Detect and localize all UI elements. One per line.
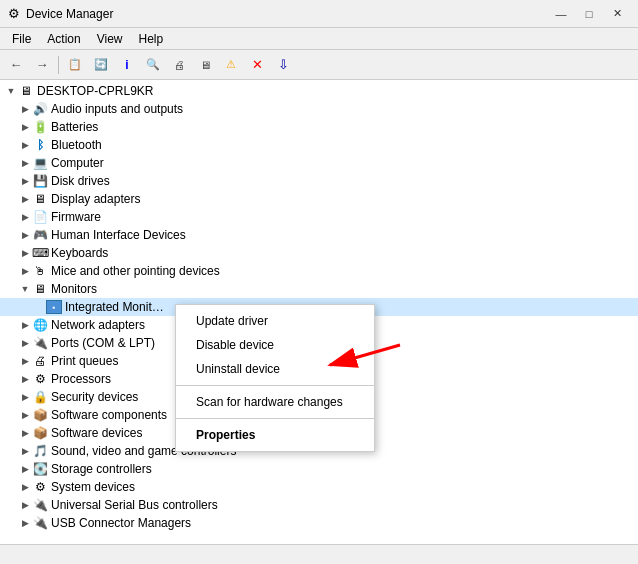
expander-mice: ▶ (18, 264, 32, 278)
minimize-button[interactable]: — (548, 4, 574, 24)
expander-softwarecomp: ▶ (18, 408, 32, 422)
label-diskdrives: Disk drives (51, 174, 110, 188)
icon-firmware: 📄 (32, 209, 48, 225)
label-batteries: Batteries (51, 120, 98, 134)
tree-item-audio[interactable]: ▶ 🔊 Audio inputs and outputs (0, 100, 638, 118)
icon-softwarecomp: 📦 (32, 407, 48, 423)
app-window: ⚙ Device Manager — □ ✕ File Action View … (0, 0, 638, 564)
toolbar-print[interactable]: 🖨 (167, 54, 191, 76)
expander-systemdev: ▶ (18, 480, 32, 494)
tree-item-root[interactable]: ▼ 🖥 DESKTOP-CPRL9KR (0, 82, 638, 100)
tree-item-diskdrives[interactable]: ▶ 💾 Disk drives (0, 172, 638, 190)
toolbar-properties[interactable]: 📋 (63, 54, 87, 76)
label-hid: Human Interface Devices (51, 228, 186, 242)
context-menu-update-driver[interactable]: Update driver (176, 309, 374, 333)
icon-root: 🖥 (18, 83, 34, 99)
context-menu: Update driver Disable device Uninstall d… (175, 304, 375, 452)
tree-item-display[interactable]: ▶ 🖥 Display adapters (0, 190, 638, 208)
icon-keyboards: ⌨ (32, 245, 48, 261)
close-button[interactable]: ✕ (604, 4, 630, 24)
icon-display: 🖥 (32, 191, 48, 207)
expander-security: ▶ (18, 390, 32, 404)
label-audio: Audio inputs and outputs (51, 102, 183, 116)
menu-view[interactable]: View (89, 30, 131, 48)
toolbar-computer[interactable]: 🖥 (193, 54, 217, 76)
main-content: ▼ 🖥 DESKTOP-CPRL9KR ▶ 🔊 Audio inputs and… (0, 80, 638, 544)
expander-firmware: ▶ (18, 210, 32, 224)
menu-action[interactable]: Action (39, 30, 88, 48)
expander-usbconn: ▶ (18, 516, 32, 530)
label-usb: Universal Serial Bus controllers (51, 498, 218, 512)
icon-usbconn: 🔌 (32, 515, 48, 531)
label-usbconn: USB Connector Managers (51, 516, 191, 530)
icon-hid: 🎮 (32, 227, 48, 243)
label-monitors: Monitors (51, 282, 97, 296)
label-bluetooth: Bluetooth (51, 138, 102, 152)
maximize-button[interactable]: □ (576, 4, 602, 24)
tree-item-storage[interactable]: ▶ 💽 Storage controllers (0, 460, 638, 478)
toolbar-scan[interactable]: 🔍 (141, 54, 165, 76)
window-title: Device Manager (26, 7, 113, 21)
tree-item-computer[interactable]: ▶ 💻 Computer (0, 154, 638, 172)
expander-keyboards: ▶ (18, 246, 32, 260)
icon-processors: ⚙ (32, 371, 48, 387)
label-systemdev: System devices (51, 480, 135, 494)
tree-item-systemdev[interactable]: ▶ ⚙ System devices (0, 478, 638, 496)
icon-storage: 💽 (32, 461, 48, 477)
tree-item-monitors[interactable]: ▼ 🖥 Monitors (0, 280, 638, 298)
toolbar-refresh[interactable]: ⇩ (271, 54, 295, 76)
title-bar-left: ⚙ Device Manager (8, 6, 113, 21)
expander-intmonitor (32, 300, 46, 314)
label-softwaredev: Software devices (51, 426, 142, 440)
toolbar: ← → 📋 🔄 i 🔍 🖨 🖥 ⚠ ✕ ⇩ (0, 50, 638, 80)
label-mice: Mice and other pointing devices (51, 264, 220, 278)
toolbar-info[interactable]: i (115, 54, 139, 76)
label-computer: Computer (51, 156, 104, 170)
title-bar: ⚙ Device Manager — □ ✕ (0, 0, 638, 28)
tree-item-batteries[interactable]: ▶ 🔋 Batteries (0, 118, 638, 136)
tree-item-usb[interactable]: ▶ 🔌 Universal Serial Bus controllers (0, 496, 638, 514)
toolbar-update[interactable]: 🔄 (89, 54, 113, 76)
tree-item-mice[interactable]: ▶ 🖱 Mice and other pointing devices (0, 262, 638, 280)
label-intmonitor: Integrated Monit… (65, 300, 164, 314)
expander-usb: ▶ (18, 498, 32, 512)
context-menu-properties[interactable]: Properties (176, 423, 374, 447)
expander-printqueues: ▶ (18, 354, 32, 368)
menu-help[interactable]: Help (131, 30, 172, 48)
expander-diskdrives: ▶ (18, 174, 32, 188)
context-menu-scan-hardware[interactable]: Scan for hardware changes (176, 390, 374, 414)
expander-batteries: ▶ (18, 120, 32, 134)
tree-item-hid[interactable]: ▶ 🎮 Human Interface Devices (0, 226, 638, 244)
tree-item-bluetooth[interactable]: ▶ ᛒ Bluetooth (0, 136, 638, 154)
menu-file[interactable]: File (4, 30, 39, 48)
context-menu-disable-device[interactable]: Disable device (176, 333, 374, 357)
label-security: Security devices (51, 390, 138, 404)
context-menu-sep2 (176, 418, 374, 419)
icon-monitors: 🖥 (32, 281, 48, 297)
label-ports: Ports (COM & LPT) (51, 336, 155, 350)
icon-audio: 🔊 (32, 101, 48, 117)
toolbar-warning[interactable]: ⚠ (219, 54, 243, 76)
toolbar-remove[interactable]: ✕ (245, 54, 269, 76)
toolbar-forward[interactable]: → (30, 54, 54, 76)
icon-sound: 🎵 (32, 443, 48, 459)
tree-item-keyboards[interactable]: ▶ ⌨ Keyboards (0, 244, 638, 262)
icon-diskdrives: 💾 (32, 173, 48, 189)
tree-item-usbconn[interactable]: ▶ 🔌 USB Connector Managers (0, 514, 638, 532)
icon-printqueues: 🖨 (32, 353, 48, 369)
label-printqueues: Print queues (51, 354, 118, 368)
context-menu-uninstall-device[interactable]: Uninstall device (176, 357, 374, 381)
icon-security: 🔒 (32, 389, 48, 405)
tree-item-firmware[interactable]: ▶ 📄 Firmware (0, 208, 638, 226)
label-storage: Storage controllers (51, 462, 152, 476)
icon-ports: 🔌 (32, 335, 48, 351)
expander-softwaredev: ▶ (18, 426, 32, 440)
expander-processors: ▶ (18, 372, 32, 386)
toolbar-back[interactable]: ← (4, 54, 28, 76)
icon-softwaredev: 📦 (32, 425, 48, 441)
icon-network: 🌐 (32, 317, 48, 333)
expander-network: ▶ (18, 318, 32, 332)
icon-intmonitor: ▪ (46, 300, 62, 314)
label-display: Display adapters (51, 192, 140, 206)
icon-mice: 🖱 (32, 263, 48, 279)
